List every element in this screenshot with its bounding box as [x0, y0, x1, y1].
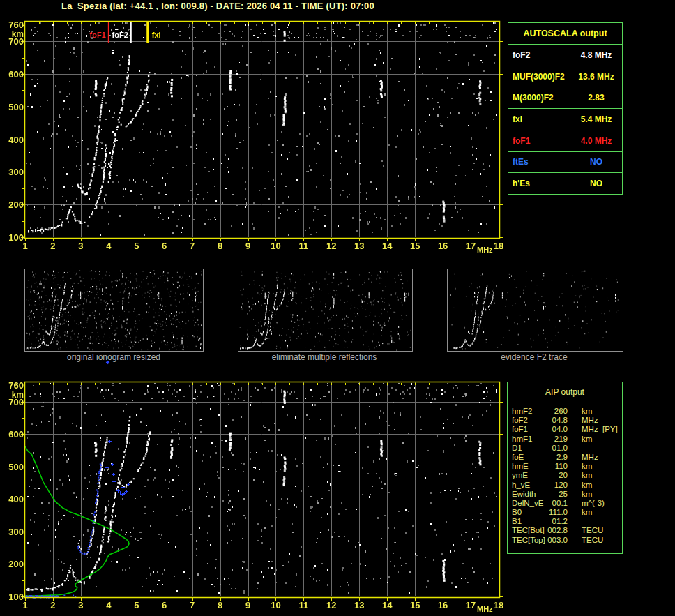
autoscala-row-label: MUF(3000)F2 [508, 66, 570, 87]
x-tick-label: 12 [326, 241, 336, 251]
y-tick-label: 100 [1, 592, 24, 602]
x-axis-unit-label: MHz [477, 605, 493, 613]
panel-evidence-f2-trace [447, 269, 623, 352]
y-tick-label: 200 [1, 200, 24, 210]
autoscala-row-value: 5.4 MHz [570, 109, 622, 130]
autoscala-row-foF1: foF14.0 MHz [508, 130, 622, 152]
aip-row-label: hmE [512, 462, 529, 471]
autoscala-row-label: foF2 [508, 45, 570, 66]
aip-row-unit: TECU [582, 526, 603, 535]
x-tick-label: 15 [410, 600, 420, 610]
panel-caption-f2trace: evidence F2 trace [501, 352, 567, 362]
aip-row-value: 04.0 [543, 425, 568, 434]
x-tick-label: 2 [50, 241, 55, 251]
y-tick-label: 300 [1, 527, 24, 537]
aip-table-rows: hmF2260kmfoF204.8MHzfoF104.0MHz[PY]hmF12… [508, 403, 622, 545]
x-tick-label: 3 [78, 600, 83, 610]
marker-label-foF2: foF2 [112, 31, 128, 39]
aip-row-B0: B0111.0km [508, 508, 622, 517]
aip-row-label: h_vE [512, 481, 530, 490]
x-tick-label: 12 [326, 600, 336, 610]
aip-row-label: foE [512, 453, 524, 462]
aip-row-Ewidth: Ewidth25km [508, 490, 622, 499]
aip-row-value: 260 [543, 407, 568, 416]
y-axis-unit-label: km [1, 390, 24, 400]
x-tick-label: 8 [218, 600, 222, 610]
panel-original-ionogram [24, 269, 204, 352]
y-tick-label: 400 [1, 494, 24, 504]
x-tick-label: 17 [466, 241, 476, 251]
autoscala-row-foF2: foF24.8 MHz [508, 45, 622, 66]
bottom-profile-plot [17, 375, 506, 607]
x-tick-label: 6 [162, 600, 167, 610]
aip-row-value: 01.0 [543, 444, 568, 453]
y-tick-label: 300 [1, 167, 24, 177]
y-tick-label: 500 [1, 102, 24, 112]
aip-row-value: 111.0 [543, 508, 568, 517]
x-tick-label: 5 [134, 600, 139, 610]
aip-row-foE: foE2.9MHz [508, 453, 622, 462]
autoscala-output-table: AUTOSCALA output foF24.8 MHzMUF(3000)F21… [508, 22, 623, 195]
aip-row-value: 219 [543, 435, 568, 444]
y-tick-label: 500 [1, 462, 24, 472]
x-tick-label: 14 [382, 600, 392, 610]
aip-row-h_vE: h_vE120km [508, 481, 622, 490]
y-tick-label: 760 [1, 20, 24, 30]
x-tick-label: 18 [494, 600, 503, 610]
aip-row-foF2: foF204.8MHz [508, 416, 622, 425]
x-tick-label: 5 [134, 241, 139, 251]
aip-row-value: 25 [543, 490, 568, 499]
aip-row-value: 003.0 [543, 536, 568, 545]
aip-row-value: 20 [543, 471, 568, 480]
aip-row-label: ymE [512, 471, 528, 480]
aip-row-unit: MHz [582, 453, 598, 462]
autoscala-row-value: NO [570, 173, 622, 194]
aip-output-table: AIP output hmF2260kmfoF204.8MHzfoF104.0M… [507, 382, 623, 554]
aip-row-label: foF2 [512, 416, 528, 425]
aip-row-value: 120 [543, 481, 568, 490]
y-axis-unit-label: km [1, 29, 24, 39]
x-tick-label: 4 [106, 241, 111, 251]
x-tick-label: 4 [106, 600, 111, 610]
aip-table-title: AIP output [508, 382, 622, 403]
x-tick-label: 11 [299, 600, 309, 610]
x-tick-label: 8 [218, 241, 222, 251]
panel-caption-reflections: eliminate multiple reflections [272, 352, 377, 362]
x-tick-label: 17 [466, 600, 476, 610]
aip-row-unit: km [582, 471, 592, 480]
aip-row-unit: km [582, 435, 592, 444]
y-tick-label: 600 [1, 429, 24, 440]
aip-row-unit: km [582, 481, 592, 490]
autoscala-table-rows: foF24.8 MHzMUF(3000)F213.6 MHzM(3000)F22… [508, 45, 622, 194]
autoscala-row-ftEs: ftEsNO [508, 152, 622, 174]
aip-row-value: 002.8 [543, 526, 568, 535]
aip-row-label: foF1 [512, 425, 528, 434]
x-tick-label: 10 [271, 600, 280, 610]
station-title: La_Spezia (lat: +44.1 , lon: 009.8) - DA… [61, 1, 374, 11]
x-tick-label: 18 [494, 241, 503, 251]
x-tick-label: 16 [438, 241, 448, 251]
x-tick-label: 9 [245, 241, 250, 251]
y-tick-label: 600 [1, 69, 24, 80]
aip-row-unit: km [582, 407, 592, 416]
autoscala-row-value: 4.8 MHz [570, 45, 622, 66]
autoscala-row-value: 2.83 [570, 87, 622, 108]
y-tick-label: 100 [1, 232, 24, 243]
x-tick-label: 11 [299, 241, 309, 251]
aip-row-value: 110 [543, 462, 568, 471]
aip-row-DelN_vE: DelN_vE00.1m^(-3) [508, 499, 622, 508]
panel-caption-original: original ionogram resized [67, 352, 160, 362]
autoscala-row-label: ftEs [508, 152, 570, 173]
aip-row-label: TEC[Bot] [512, 526, 545, 535]
aip-row-extra: [PY] [602, 425, 618, 434]
aip-row-hmF2: hmF2260km [508, 407, 622, 416]
autoscala-row-h'Es: h'EsNO [508, 173, 622, 194]
autoscala-row-label: foF1 [508, 130, 570, 151]
aip-row-TEC[Top]: TEC[Top]003.0TECU [508, 536, 622, 545]
autoscala-row-label: M(3000)F2 [508, 87, 570, 108]
x-axis-unit-label: MHz [477, 246, 493, 254]
aip-row-foF1: foF104.0MHz[PY] [508, 425, 622, 434]
autoscala-app-window: { "title": "La_Spezia (lat: +44.1 , lon:… [0, 0, 675, 616]
aip-row-label: hmF1 [512, 435, 532, 444]
aip-row-unit: km [582, 462, 592, 471]
